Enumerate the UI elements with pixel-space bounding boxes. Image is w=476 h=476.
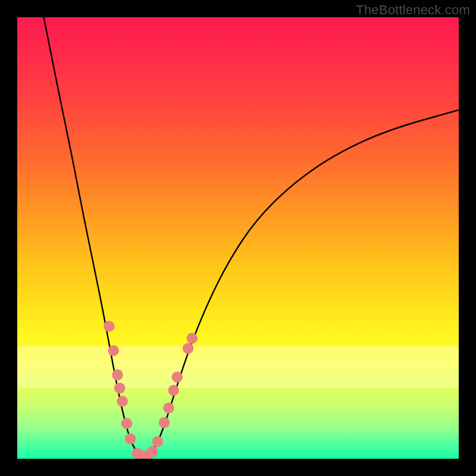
scatter-dot	[163, 402, 174, 414]
scatter-dot	[142, 450, 153, 459]
scatter-dot	[132, 448, 143, 459]
scatter-dot	[104, 321, 115, 332]
line-series-group	[44, 17, 459, 456]
plot-area	[17, 17, 459, 459]
scatter-dot	[121, 418, 133, 429]
scatter-dot	[187, 333, 198, 344]
scatter-group	[104, 321, 198, 459]
scatter-dot	[159, 417, 170, 428]
series-right-curve	[143, 110, 459, 456]
scatter-dot	[108, 345, 119, 356]
highlight-band	[17, 346, 459, 388]
scatter-dot	[168, 385, 179, 396]
scatter-dot	[171, 371, 183, 383]
scatter-dot	[137, 450, 148, 459]
watermark-text: TheBottleneck.com	[356, 2, 470, 18]
scatter-dot	[114, 383, 126, 394]
scatter-dot	[117, 396, 128, 407]
curves-svg	[17, 17, 459, 459]
scatter-dot	[112, 369, 123, 381]
scatter-dot	[183, 343, 194, 354]
scatter-dot	[147, 446, 158, 458]
scatter-dot	[125, 433, 136, 444]
series-left-curve	[44, 17, 143, 456]
chart-frame: TheBottleneck.com	[0, 0, 476, 476]
scatter-dot	[152, 436, 164, 447]
